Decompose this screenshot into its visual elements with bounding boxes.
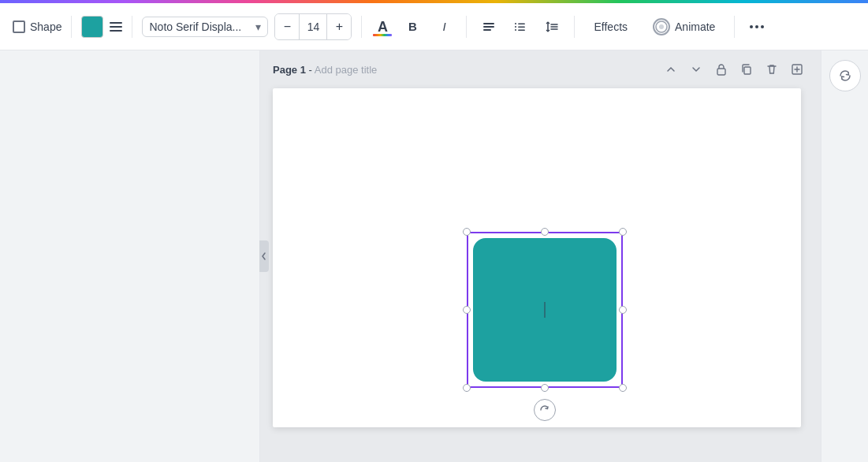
handle-top-left[interactable]	[463, 228, 471, 236]
divider-3	[361, 16, 362, 38]
right-panel	[821, 50, 868, 462]
shape-label: Shape	[30, 20, 61, 33]
font-size-decrease-button[interactable]: −	[275, 14, 299, 39]
shape-icon	[13, 20, 25, 33]
align-icon	[482, 21, 496, 32]
animate-icon	[653, 18, 670, 35]
page-down-button[interactable]	[685, 58, 707, 80]
text-color-button[interactable]: A	[371, 16, 393, 38]
ellipsis-icon	[749, 24, 765, 29]
divider-4	[466, 16, 467, 38]
line-height-button[interactable]	[539, 14, 564, 39]
divider-2	[132, 16, 132, 38]
rotate-icon	[539, 404, 550, 415]
svg-rect-0	[515, 23, 516, 24]
rotate-handle[interactable]	[534, 399, 556, 421]
svg-point-11	[659, 24, 664, 29]
page-number: Page 1	[273, 64, 306, 76]
lock-button[interactable]	[710, 58, 732, 80]
more-options-button[interactable]	[744, 14, 769, 39]
text-color-underline	[373, 34, 392, 36]
left-panel	[0, 50, 260, 462]
animate-label: Animate	[675, 20, 715, 33]
add-page-button[interactable]	[786, 58, 808, 80]
italic-button[interactable]: I	[431, 14, 456, 39]
list-icon	[514, 20, 527, 33]
handle-top-center[interactable]	[541, 228, 549, 236]
main-toolbar: Shape Noto Serif Displa... ▾ − + A B I	[0, 3, 868, 50]
divider-6	[734, 16, 735, 38]
svg-rect-16	[744, 67, 751, 74]
page-add-title[interactable]: Add page title	[315, 64, 378, 76]
svg-rect-4	[515, 29, 516, 31]
svg-rect-15	[717, 69, 725, 75]
color-swatch[interactable]	[81, 16, 103, 38]
left-panel-toggle[interactable]	[259, 240, 269, 272]
svg-point-14	[761, 25, 764, 28]
text-cursor	[545, 302, 546, 318]
shape-selection	[473, 238, 617, 382]
main-area: Page 1 - Add page title	[0, 50, 868, 462]
page-title: Page 1 - Add page title	[273, 64, 377, 76]
divider-1	[71, 16, 72, 38]
handle-bottom-center[interactable]	[541, 384, 549, 392]
refresh-icon	[838, 69, 852, 83]
list-button[interactable]	[508, 14, 533, 39]
text-align-button[interactable]	[476, 14, 501, 39]
svg-rect-5	[518, 29, 525, 31]
copy-icon	[740, 63, 753, 76]
trash-icon	[766, 63, 778, 76]
page-separator: -	[306, 64, 315, 76]
lock-icon	[715, 63, 728, 76]
effects-button[interactable]: Effects	[584, 16, 637, 38]
svg-point-13	[755, 25, 758, 28]
canvas-page	[273, 88, 801, 427]
svg-rect-3	[518, 26, 525, 28]
handle-bottom-left[interactable]	[463, 384, 471, 392]
layers-icon[interactable]	[110, 22, 122, 32]
page-header: Page 1 - Add page title	[260, 50, 821, 88]
text-color-icon: A	[378, 20, 388, 34]
page-header-icons	[660, 58, 808, 80]
chevron-up-icon	[665, 63, 677, 76]
shape-element[interactable]	[473, 238, 617, 382]
handle-bottom-right[interactable]	[619, 384, 627, 392]
add-page-icon	[791, 63, 803, 76]
animate-button[interactable]: Animate	[643, 13, 725, 40]
svg-point-12	[750, 25, 753, 28]
delete-button[interactable]	[761, 58, 783, 80]
font-size-increase-button[interactable]: +	[327, 14, 351, 39]
chevron-down-icon	[690, 63, 702, 76]
svg-rect-1	[518, 23, 525, 24]
handle-middle-left[interactable]	[463, 306, 471, 314]
canvas-area: Page 1 - Add page title	[260, 50, 821, 462]
handle-top-right[interactable]	[619, 228, 627, 236]
chevron-down-icon: ▾	[255, 20, 261, 33]
refresh-button[interactable]	[829, 60, 861, 91]
font-selector[interactable]: Noto Serif Displa... ▾	[142, 17, 268, 37]
shape-tool[interactable]: Shape	[13, 20, 61, 33]
svg-rect-2	[515, 26, 516, 28]
copy-button[interactable]	[736, 58, 758, 80]
font-size-input[interactable]	[299, 14, 327, 39]
font-size-control: − +	[274, 13, 352, 40]
handle-middle-right[interactable]	[619, 306, 627, 314]
bold-button[interactable]: B	[400, 14, 425, 39]
divider-5	[574, 16, 575, 38]
font-name-label: Noto Serif Displa...	[149, 20, 241, 33]
page-up-button[interactable]	[660, 58, 682, 80]
line-height-icon	[546, 20, 558, 33]
